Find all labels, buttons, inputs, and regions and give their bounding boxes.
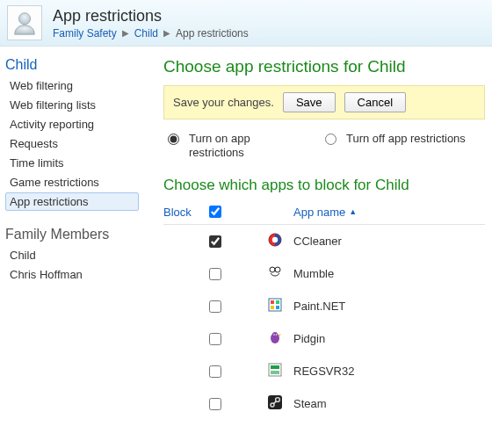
- svg-point-4: [275, 267, 280, 272]
- user-icon: [11, 10, 38, 36]
- app-name-label: REGSVR32: [293, 365, 485, 378]
- avatar: [7, 5, 42, 40]
- save-button[interactable]: Save: [283, 92, 336, 112]
- block-checkbox-regsvr32[interactable]: [209, 365, 221, 378]
- column-header-app-name-label: App name: [293, 206, 345, 219]
- pidgin-icon: [267, 329, 283, 345]
- apps-subtitle: Choose which apps to block for Child: [163, 177, 485, 194]
- column-header-block[interactable]: Block: [163, 206, 206, 219]
- svg-point-13: [276, 334, 278, 336]
- app-name-label: CCleaner: [293, 235, 485, 248]
- svg-point-0: [18, 13, 30, 25]
- svg-point-12: [273, 334, 275, 336]
- save-changes-message: Save your changes.: [173, 96, 274, 109]
- main-panel: Choose app restrictions for Child Save y…: [139, 47, 492, 420]
- svg-rect-16: [271, 371, 279, 374]
- radio-turn-off[interactable]: Turn off app restrictions: [321, 132, 466, 159]
- sort-ascending-icon: ▲: [349, 207, 357, 216]
- app-name-label: Pidgin: [293, 332, 485, 345]
- breadcrumb-current: App restrictions: [176, 27, 249, 40]
- svg-rect-7: [276, 300, 279, 304]
- sidebar-item-activity-reporting[interactable]: Activity reporting: [5, 115, 139, 134]
- chevron-right-icon: ▶: [122, 28, 129, 38]
- block-checkbox-mumble[interactable]: [209, 268, 221, 280]
- app-name-label: Steam: [293, 397, 485, 410]
- cancel-button[interactable]: Cancel: [344, 92, 406, 112]
- regsvr32-icon: [267, 362, 283, 378]
- table-row: Paint.NET: [163, 290, 485, 322]
- svg-rect-15: [271, 365, 279, 369]
- radio-turn-on-input[interactable]: [168, 134, 179, 145]
- chevron-right-icon: ▶: [163, 28, 170, 38]
- svg-rect-9: [276, 306, 279, 309]
- block-checkbox-pidgin[interactable]: [209, 333, 221, 345]
- radio-turn-off-input[interactable]: [325, 134, 336, 145]
- ccleaner-icon: [267, 232, 283, 248]
- sidebar-member-chris-hoffman[interactable]: Chris Hoffman: [5, 265, 139, 284]
- sidebar-member-child[interactable]: Child: [5, 246, 139, 264]
- breadcrumb-family-safety[interactable]: Family Safety: [53, 27, 117, 40]
- sidebar-item-requests[interactable]: Requests: [5, 134, 139, 153]
- sidebar: Child Web filtering Web filtering lists …: [0, 47, 139, 420]
- radio-turn-on-label: Turn on app restrictions: [189, 132, 286, 159]
- select-all-checkbox[interactable]: [209, 206, 221, 218]
- table-row: CCleaner: [163, 225, 485, 257]
- sidebar-item-time-limits[interactable]: Time limits: [5, 154, 139, 172]
- svg-rect-6: [271, 300, 274, 304]
- svg-point-3: [270, 267, 275, 272]
- radio-turn-on[interactable]: Turn on app restrictions: [163, 132, 286, 159]
- block-checkbox-ccleaner[interactable]: [209, 235, 221, 248]
- paintnet-icon: [267, 297, 283, 313]
- mumble-icon: [267, 264, 283, 280]
- header: App restrictions Family Safety ▶ Child ▶…: [0, 0, 492, 47]
- page-title: App restrictions: [53, 7, 249, 25]
- table-row: Steam: [163, 387, 485, 420]
- sidebar-item-game-restrictions[interactable]: Game restrictions: [5, 173, 139, 191]
- block-checkbox-steam[interactable]: [209, 398, 221, 410]
- table-row: REGSVR32: [163, 355, 485, 387]
- app-name-label: Paint.NET: [293, 300, 485, 313]
- sidebar-item-web-filtering[interactable]: Web filtering: [5, 76, 139, 95]
- column-header-app-name[interactable]: App name ▲: [293, 206, 485, 219]
- breadcrumb-child[interactable]: Child: [134, 27, 158, 40]
- sidebar-heading-child[interactable]: Child: [5, 57, 139, 73]
- sidebar-item-app-restrictions[interactable]: App restrictions: [5, 192, 139, 211]
- radio-turn-off-label: Turn off app restrictions: [346, 132, 466, 146]
- svg-point-2: [272, 237, 278, 242]
- app-name-label: Mumble: [293, 267, 485, 280]
- main-title: Choose app restrictions for Child: [163, 57, 485, 76]
- apps-table-header: Block App name ▲: [163, 203, 485, 225]
- block-checkbox-paintnet[interactable]: [209, 300, 221, 313]
- svg-rect-8: [271, 306, 274, 309]
- table-row: Pidgin: [163, 322, 485, 355]
- save-changes-bar: Save your changes. Save Cancel: [163, 85, 485, 119]
- breadcrumb: Family Safety ▶ Child ▶ App restrictions: [53, 27, 249, 40]
- steam-icon: [267, 394, 283, 410]
- sidebar-item-web-filtering-lists[interactable]: Web filtering lists: [5, 96, 139, 114]
- table-row: Mumble: [163, 257, 485, 290]
- restriction-toggle-group: Turn on app restrictions Turn off app re…: [163, 132, 485, 159]
- sidebar-heading-family-members: Family Members: [5, 227, 139, 242]
